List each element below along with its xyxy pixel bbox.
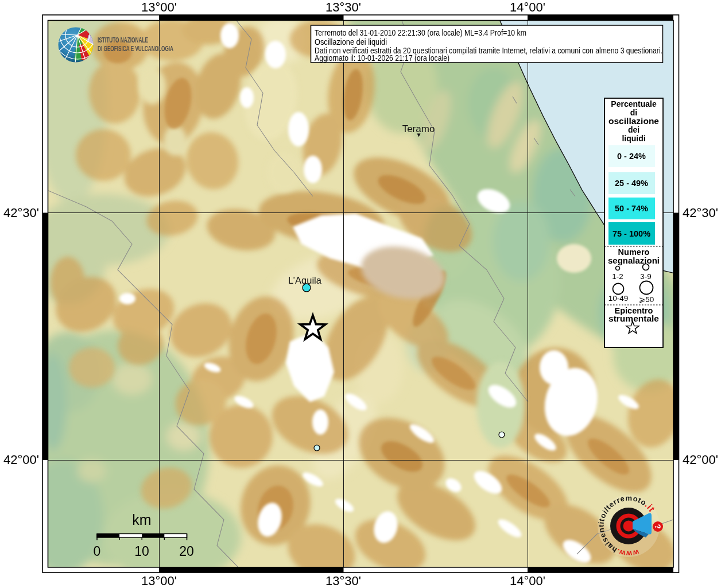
svg-text:75 - 100%: 75 - 100%	[613, 229, 650, 238]
svg-text:10-49: 10-49	[608, 294, 629, 303]
svg-text:14°00': 14°00'	[510, 0, 545, 14]
svg-text:liquidi: liquidi	[622, 134, 645, 143]
svg-text:Aggiornato il: 10-01-2026 21:1: Aggiornato il: 10-01-2026 21:17 (ora loc…	[315, 53, 449, 63]
svg-text:Oscillazione dei liquidi: Oscillazione dei liquidi	[315, 37, 387, 47]
svg-text:20: 20	[179, 544, 194, 559]
svg-text:42°00': 42°00'	[683, 452, 718, 467]
svg-text:di: di	[630, 108, 637, 117]
svg-text:13°00': 13°00'	[141, 574, 177, 588]
svg-text:0 - 24%: 0 - 24%	[617, 152, 646, 161]
svg-text:10: 10	[134, 544, 149, 559]
svg-text:25 - 49%: 25 - 49%	[615, 179, 648, 188]
svg-text:Terremoto del 31-01-2010 22:21: Terremoto del 31-01-2010 22:21:30 (ora l…	[315, 28, 526, 37]
svg-text:42°00': 42°00'	[3, 452, 39, 467]
svg-text:13°30': 13°30'	[325, 574, 361, 588]
svg-text:DI GEOFISICA E VULCANOLOGIA: DI GEOFISICA E VULCANOLOGIA	[98, 44, 173, 53]
svg-text:Percentuale: Percentuale	[611, 99, 657, 109]
svg-text:1-2: 1-2	[612, 272, 623, 281]
svg-text:segnalazioni: segnalazioni	[608, 256, 660, 265]
svg-text:0: 0	[94, 544, 101, 559]
svg-text:ISTITUTO NAZIONALE: ISTITUTO NAZIONALE	[98, 36, 148, 44]
svg-text:13°00': 13°00'	[141, 0, 177, 14]
svg-text:13°30': 13°30'	[325, 0, 361, 14]
svg-text:14°00': 14°00'	[510, 574, 545, 588]
svg-text:42°30': 42°30'	[3, 206, 39, 220]
svg-text:⩾50: ⩾50	[639, 295, 654, 304]
svg-text:dei: dei	[628, 125, 639, 134]
svg-text:strumentale: strumentale	[608, 314, 659, 323]
svg-text:50 - 74%: 50 - 74%	[615, 204, 648, 213]
svg-text:km: km	[132, 512, 151, 528]
svg-text:Numero: Numero	[618, 247, 650, 257]
svg-text:42°30': 42°30'	[683, 206, 718, 220]
svg-text:oscillazione: oscillazione	[608, 117, 659, 126]
svg-text:3-9: 3-9	[640, 272, 652, 281]
svg-text:Teramo: Teramo	[402, 123, 435, 134]
